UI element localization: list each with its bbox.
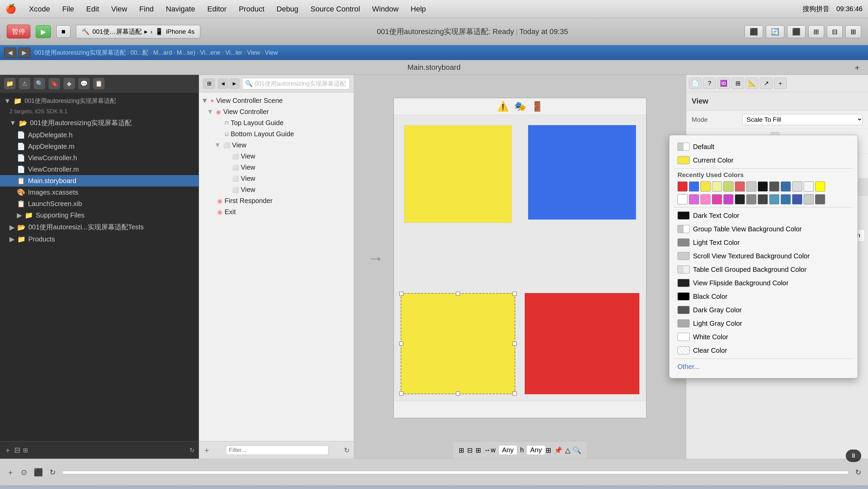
swatch-orchid[interactable] xyxy=(689,194,699,204)
scene-first-responder[interactable]: ◉ First Responder xyxy=(199,195,354,206)
file-inspector-btn[interactable]: 📄 xyxy=(689,78,702,89)
tree-main-storyboard[interactable]: 📋 Main.storyboard xyxy=(0,175,199,186)
status-error-btn[interactable]: ⬛ xyxy=(34,468,43,477)
navigator-warning-icon[interactable]: 🔍 xyxy=(34,78,45,89)
apple-menu[interactable]: 🍎 xyxy=(5,4,16,14)
identity-inspector-btn[interactable]: 🆔 xyxy=(717,78,730,89)
scene-nav-prev[interactable]: ◀ xyxy=(218,79,228,89)
bc-part2[interactable]: M...ard xyxy=(153,49,172,56)
swatch-lightgray[interactable] xyxy=(746,181,756,192)
scene-top-layout[interactable]: ⊓ Top Layout Guide xyxy=(199,117,354,128)
menu-editor[interactable]: Editor xyxy=(205,3,229,15)
handle-tl[interactable] xyxy=(399,292,403,296)
handle-ml[interactable] xyxy=(399,342,403,346)
add-inspector-btn[interactable]: ＋ xyxy=(774,78,787,89)
size-inspector-btn[interactable]: 📐 xyxy=(746,78,758,89)
cp-group-table[interactable]: Group Table View Background Color xyxy=(674,222,853,236)
storyboard-body[interactable] xyxy=(394,115,646,401)
swatch-selected[interactable] xyxy=(792,194,802,204)
scene-info-button[interactable]: ↻ xyxy=(344,446,350,454)
scene-view-1[interactable]: ⬜ View xyxy=(199,151,354,162)
menu-find[interactable]: Find xyxy=(137,3,156,15)
tree-launchscreen[interactable]: 📋 LaunchScreen.xib xyxy=(0,198,199,209)
tree-supporting-files[interactable]: ▶ 📁 Supporting Files xyxy=(0,209,199,221)
swatch-royalblue[interactable] xyxy=(781,194,791,204)
status-target-btn[interactable]: ⊙ xyxy=(21,468,27,477)
scene-view-root[interactable]: ▶ ⬜ View xyxy=(199,140,354,151)
status-text-field[interactable] xyxy=(62,471,848,474)
swatch-charcoal[interactable] xyxy=(758,194,768,204)
view-red-bottom[interactable] xyxy=(525,293,639,394)
cp-white[interactable]: White Color xyxy=(674,330,853,344)
swatch-darkgray[interactable] xyxy=(769,181,779,192)
nav-next-button[interactable]: ▶ xyxy=(18,48,30,58)
menu-help[interactable]: Help xyxy=(408,3,429,15)
bc-part4[interactable]: Vi...ene xyxy=(200,49,221,56)
menu-view[interactable]: View xyxy=(109,3,130,15)
quick-help-btn[interactable]: ? xyxy=(703,78,716,89)
filter-input[interactable] xyxy=(226,445,328,455)
swatch-nearblack[interactable] xyxy=(735,194,745,204)
scene-panel-grid-btn[interactable]: ⊞ xyxy=(203,79,215,89)
scene-view-2[interactable]: ⬜ View xyxy=(199,162,354,173)
tree-main-group[interactable]: ▼ 📂 001使用autoresizing实现屏幕适配 xyxy=(0,117,199,129)
cp-light-gray[interactable]: Light Gray Color xyxy=(674,317,853,330)
status-add-btn[interactable]: ＋ xyxy=(7,467,14,478)
swatch-lightyellow[interactable] xyxy=(712,181,722,192)
h-value[interactable]: Any xyxy=(526,445,545,455)
bc-project[interactable]: 001使用autoresizing实现屏幕适配 xyxy=(34,49,126,57)
swatch-steelblue[interactable] xyxy=(781,181,791,192)
run-button[interactable]: ▶ xyxy=(36,25,51,38)
menu-navigate[interactable]: Navigate xyxy=(163,3,198,15)
add-file-button[interactable]: ＋ xyxy=(4,445,11,455)
tree-appdelegate-h[interactable]: 📄 AppDelegate.h xyxy=(0,129,199,141)
scene-bottom-layout[interactable]: ⊔ Bottom Layout Guide xyxy=(199,128,354,140)
swatch-hotpink[interactable] xyxy=(712,194,722,204)
swatch-blue[interactable] xyxy=(689,181,699,192)
scene-nav-next[interactable]: ▶ xyxy=(229,79,239,89)
swatch-silver[interactable] xyxy=(792,181,802,192)
delete-file-button[interactable]: ⊟ xyxy=(14,446,20,455)
scene-search-field[interactable]: 🔍 001使用autoresizing实现屏幕适配 xyxy=(242,78,350,89)
handle-bc[interactable] xyxy=(456,392,460,396)
swatch-teal[interactable] xyxy=(769,194,779,204)
view-yellow-top[interactable] xyxy=(404,125,512,223)
cp-view-flipside[interactable]: View Flipside Background Color xyxy=(674,276,853,290)
swatch-red[interactable] xyxy=(677,181,688,192)
swatch-white[interactable] xyxy=(677,194,688,204)
tree-viewcontroller-h[interactable]: 📄 ViewController.h xyxy=(0,152,199,164)
menu-file[interactable]: File xyxy=(59,3,77,15)
cp-dark-gray[interactable]: Dark Gray Color xyxy=(674,303,853,317)
sort-button[interactable]: ↻ xyxy=(190,447,195,454)
connections-inspector-btn[interactable]: ↗ xyxy=(760,78,773,89)
navigator-search-icon[interactable]: ⚠ xyxy=(19,78,30,89)
tree-root-project[interactable]: ▼ 📁 001使用autoresizing实现屏幕适配 xyxy=(0,95,199,107)
status-right-icon[interactable]: ↻ xyxy=(855,468,861,477)
attributes-inspector-btn[interactable]: ⊞ xyxy=(731,78,744,89)
handle-tc[interactable] xyxy=(456,292,460,296)
cp-default-row[interactable]: Default xyxy=(674,140,853,153)
navigator-bookmark-icon[interactable]: 🔖 xyxy=(49,78,60,89)
scene-exit[interactable]: ◉ Exit xyxy=(199,206,354,218)
menu-debug[interactable]: Debug xyxy=(274,3,301,15)
cp-current-row[interactable]: Current Color xyxy=(674,153,853,167)
inspector-toggle[interactable]: ⊞ xyxy=(845,25,861,38)
tree-appdelegate-m[interactable]: 📄 AppDelegate.m xyxy=(0,141,199,152)
swatch-purple[interactable] xyxy=(723,194,733,204)
handle-mr[interactable] xyxy=(513,342,517,346)
menu-source-control[interactable]: Source Control xyxy=(308,3,363,15)
scene-search-bottom[interactable] xyxy=(213,445,341,455)
swatch-pure-yellow[interactable] xyxy=(815,181,825,192)
cp-black[interactable]: Black Color xyxy=(674,290,853,303)
handle-bl[interactable] xyxy=(399,392,403,396)
scene-vc-scene[interactable]: ▶ ● View Controller Scene xyxy=(199,95,354,106)
scene-view-4[interactable]: ⬜ View xyxy=(199,184,354,195)
zoom-icon[interactable]: 🔍 xyxy=(573,446,581,454)
swatch-midgray[interactable] xyxy=(815,194,825,204)
bc-part3[interactable]: M...se) xyxy=(177,49,195,56)
w-value[interactable]: Any xyxy=(498,445,517,455)
panel-toggle-left[interactable]: ⬛ xyxy=(745,25,763,38)
menu-edit[interactable]: Edit xyxy=(84,3,102,15)
swatch-darkblack[interactable] xyxy=(758,181,768,192)
version-editor[interactable]: ⊟ xyxy=(827,25,843,38)
